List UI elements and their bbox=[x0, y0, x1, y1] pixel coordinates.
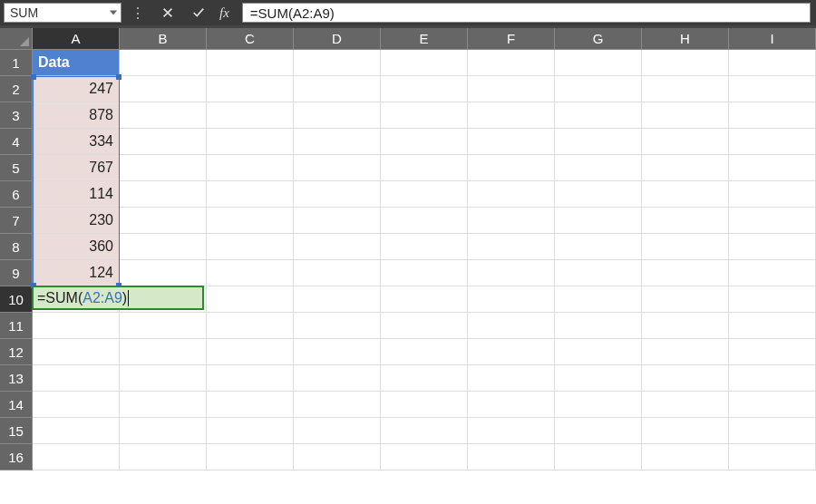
cell-g16[interactable] bbox=[555, 444, 642, 470]
cell-e13[interactable] bbox=[381, 365, 468, 392]
cell-i13[interactable] bbox=[729, 365, 816, 392]
cell-g7[interactable] bbox=[555, 208, 642, 234]
cell-b3[interactable] bbox=[120, 102, 207, 129]
cell-a12[interactable] bbox=[33, 339, 120, 365]
row-header-9[interactable]: 9 bbox=[0, 260, 33, 286]
cell-e15[interactable] bbox=[381, 418, 468, 444]
cell-i15[interactable] bbox=[729, 418, 816, 444]
cell-h5[interactable] bbox=[642, 155, 729, 181]
cell-b11[interactable] bbox=[120, 313, 207, 339]
cell-c13[interactable] bbox=[207, 365, 294, 392]
cell-h10[interactable] bbox=[642, 286, 729, 313]
cell-a14[interactable] bbox=[33, 392, 120, 418]
cell-f15[interactable] bbox=[468, 418, 555, 444]
cell-a1[interactable]: Data bbox=[33, 50, 120, 76]
cell-c7[interactable] bbox=[207, 208, 294, 234]
cell-c9[interactable] bbox=[207, 260, 294, 286]
cell-h11[interactable] bbox=[642, 313, 729, 339]
row-header-16[interactable]: 16 bbox=[0, 444, 33, 470]
cell-a9[interactable]: 124 bbox=[33, 260, 120, 286]
cell-b9[interactable] bbox=[120, 260, 207, 286]
cell-c15[interactable] bbox=[207, 418, 294, 444]
cell-h15[interactable] bbox=[642, 418, 729, 444]
cell-a3[interactable]: 878 bbox=[33, 102, 120, 129]
column-header-c[interactable]: C bbox=[207, 28, 294, 50]
column-header-f[interactable]: F bbox=[468, 28, 555, 50]
cell-f7[interactable] bbox=[468, 208, 555, 234]
cell-b2[interactable] bbox=[120, 76, 207, 102]
cell-a13[interactable] bbox=[33, 365, 120, 392]
cell-d3[interactable] bbox=[294, 102, 381, 129]
name-box-dropdown-icon[interactable] bbox=[110, 11, 117, 15]
cell-d16[interactable] bbox=[294, 444, 381, 470]
cancel-formula-button[interactable] bbox=[154, 3, 181, 23]
cell-g9[interactable] bbox=[555, 260, 642, 286]
cell-h3[interactable] bbox=[642, 102, 729, 129]
cell-f2[interactable] bbox=[468, 76, 555, 102]
cell-d10[interactable] bbox=[294, 286, 381, 313]
cell-a4[interactable]: 334 bbox=[33, 129, 120, 155]
cell-f9[interactable] bbox=[468, 260, 555, 286]
cell-b13[interactable] bbox=[120, 365, 207, 392]
cell-g1[interactable] bbox=[555, 50, 642, 76]
cell-f13[interactable] bbox=[468, 365, 555, 392]
cell-c3[interactable] bbox=[207, 102, 294, 129]
cell-f6[interactable] bbox=[468, 181, 555, 208]
cell-c10[interactable] bbox=[207, 286, 294, 313]
cell-h4[interactable] bbox=[642, 129, 729, 155]
cell-h13[interactable] bbox=[642, 365, 729, 392]
row-header-2[interactable]: 2 bbox=[0, 76, 33, 102]
cell-c2[interactable] bbox=[207, 76, 294, 102]
cell-g8[interactable] bbox=[555, 234, 642, 260]
cell-d11[interactable] bbox=[294, 313, 381, 339]
column-header-i[interactable]: I bbox=[729, 28, 816, 50]
row-header-6[interactable]: 6 bbox=[0, 181, 33, 208]
cell-a6[interactable]: 114 bbox=[33, 181, 120, 208]
cell-a15[interactable] bbox=[33, 418, 120, 444]
cell-b14[interactable] bbox=[120, 392, 207, 418]
cell-d7[interactable] bbox=[294, 208, 381, 234]
cell-f11[interactable] bbox=[468, 313, 555, 339]
cell-i16[interactable] bbox=[729, 444, 816, 470]
cell-h8[interactable] bbox=[642, 234, 729, 260]
cell-b4[interactable] bbox=[120, 129, 207, 155]
cell-i1[interactable] bbox=[729, 50, 816, 76]
cell-i6[interactable] bbox=[729, 181, 816, 208]
cell-h14[interactable] bbox=[642, 392, 729, 418]
cell-f10[interactable] bbox=[468, 286, 555, 313]
cell-e14[interactable] bbox=[381, 392, 468, 418]
cell-d13[interactable] bbox=[294, 365, 381, 392]
cell-f5[interactable] bbox=[468, 155, 555, 181]
cell-e9[interactable] bbox=[381, 260, 468, 286]
cell-e3[interactable] bbox=[381, 102, 468, 129]
cell-e7[interactable] bbox=[381, 208, 468, 234]
row-header-15[interactable]: 15 bbox=[0, 418, 33, 444]
cell-c12[interactable] bbox=[207, 339, 294, 365]
cell-e2[interactable] bbox=[381, 76, 468, 102]
cell-b15[interactable] bbox=[120, 418, 207, 444]
cell-c16[interactable] bbox=[207, 444, 294, 470]
cell-g4[interactable] bbox=[555, 129, 642, 155]
cell-g2[interactable] bbox=[555, 76, 642, 102]
cell-b12[interactable] bbox=[120, 339, 207, 365]
cell-h16[interactable] bbox=[642, 444, 729, 470]
row-header-13[interactable]: 13 bbox=[0, 365, 33, 392]
cell-c1[interactable] bbox=[207, 50, 294, 76]
cell-a2[interactable]: 247 bbox=[33, 76, 120, 102]
cell-d14[interactable] bbox=[294, 392, 381, 418]
cell-h1[interactable] bbox=[642, 50, 729, 76]
cell-f4[interactable] bbox=[468, 129, 555, 155]
cell-i3[interactable] bbox=[729, 102, 816, 129]
cell-a5[interactable]: 767 bbox=[33, 155, 120, 181]
cell-f3[interactable] bbox=[468, 102, 555, 129]
select-all-button[interactable] bbox=[0, 28, 33, 50]
row-header-10[interactable]: 10 bbox=[0, 286, 33, 313]
cell-e1[interactable] bbox=[381, 50, 468, 76]
cell-f14[interactable] bbox=[468, 392, 555, 418]
cell-i9[interactable] bbox=[729, 260, 816, 286]
cell-e12[interactable] bbox=[381, 339, 468, 365]
cell-i10[interactable] bbox=[729, 286, 816, 313]
cell-d15[interactable] bbox=[294, 418, 381, 444]
row-header-5[interactable]: 5 bbox=[0, 155, 33, 181]
cell-c4[interactable] bbox=[207, 129, 294, 155]
